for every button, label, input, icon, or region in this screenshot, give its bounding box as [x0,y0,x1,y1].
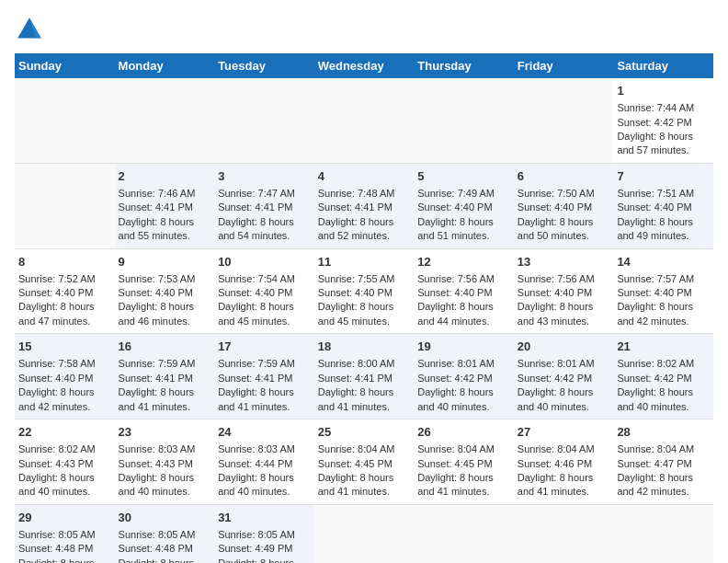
calendar-cell: 7Sunrise: 7:51 AMSunset: 4:40 PMDaylight… [613,163,713,248]
calendar-cell: 21Sunrise: 8:02 AMSunset: 4:42 PMDayligh… [613,334,713,419]
sunset: Sunset: 4:40 PM [218,287,292,298]
sunset: Sunset: 4:40 PM [119,287,193,298]
calendar-cell: 24Sunrise: 8:03 AMSunset: 4:44 PMDayligh… [214,419,314,505]
calendar-row: 15Sunrise: 7:58 AMSunset: 4:40 PMDayligh… [15,334,713,419]
sunrise: Sunrise: 8:05 AM [119,529,196,540]
sunrise: Sunrise: 7:49 AM [417,188,495,199]
daylight: Daylight: 8 hours and 51 minutes. [417,216,494,241]
daylight: Daylight: 8 hours and 41 minutes. [218,386,294,411]
calendar-cell: 25Sunrise: 8:04 AMSunset: 4:45 PMDayligh… [314,419,415,505]
calendar-cell: 1Sunrise: 7:44 AMSunset: 4:42 PMDaylight… [613,78,713,163]
day-number: 7 [617,168,710,185]
calendar-cell: 16Sunrise: 7:59 AMSunset: 4:41 PMDayligh… [115,334,215,419]
sunrise: Sunrise: 7:46 AM [119,188,196,199]
calendar-header: SundayMondayTuesdayWednesdayThursdayFrid… [15,53,713,78]
sunrise: Sunrise: 8:01 AM [518,358,595,369]
day-number: 21 [617,339,710,355]
sunset: Sunset: 4:48 PM [119,543,193,554]
sunrise: Sunrise: 8:00 AM [318,358,395,369]
logo-icon [15,15,44,44]
daylight: Daylight: 8 hours and 40 minutes. [518,386,594,411]
day-number: 20 [518,339,610,355]
day-number: 30 [119,510,211,526]
sunset: Sunset: 4:41 PM [218,201,292,213]
calendar-row: 22Sunrise: 8:02 AMSunset: 4:43 PMDayligh… [15,419,713,505]
empty-cell [314,504,415,563]
day-number: 10 [218,254,311,270]
header-day: Wednesday [314,53,415,78]
calendar-cell: 28Sunrise: 8:04 AMSunset: 4:47 PMDayligh… [613,419,713,505]
sunrise: Sunrise: 8:03 AM [119,443,196,454]
daylight: Daylight: 8 hours and 43 minutes. [119,557,195,563]
empty-cell [414,504,514,563]
daylight: Daylight: 8 hours and 45 minutes. [318,301,394,326]
daylight: Daylight: 8 hours and 45 minutes. [218,301,294,326]
daylight: Daylight: 8 hours and 40 minutes. [417,386,494,411]
calendar-cell: 26Sunrise: 8:04 AMSunset: 4:45 PMDayligh… [414,419,514,505]
sunset: Sunset: 4:44 PM [218,458,292,469]
sunrise: Sunrise: 8:03 AM [218,443,295,454]
sunset: Sunset: 4:41 PM [119,373,193,384]
day-number: 11 [318,254,411,270]
daylight: Daylight: 8 hours and 41 minutes. [119,386,195,411]
day-number: 13 [518,254,610,270]
empty-cell [15,78,115,163]
daylight: Daylight: 8 hours and 40 minutes. [18,472,95,497]
daylight: Daylight: 8 hours and 52 minutes. [318,216,394,241]
sunset: Sunset: 4:40 PM [18,373,93,384]
calendar-cell: 4Sunrise: 7:48 AMSunset: 4:41 PMDaylight… [314,163,415,248]
day-number: 15 [18,339,111,355]
calendar-cell: 5Sunrise: 7:49 AMSunset: 4:40 PMDaylight… [414,163,514,248]
sunset: Sunset: 4:40 PM [318,287,392,298]
sunset: Sunset: 4:40 PM [417,201,492,213]
sunset: Sunset: 4:45 PM [318,458,392,469]
sunrise: Sunrise: 7:55 AM [318,273,395,284]
calendar-cell: 18Sunrise: 8:00 AMSunset: 4:41 PMDayligh… [314,334,415,419]
daylight: Daylight: 8 hours and 43 minutes. [518,301,594,326]
header-day: Tuesday [214,53,314,78]
sunrise: Sunrise: 7:48 AM [318,188,395,199]
sunrise: Sunrise: 7:54 AM [218,273,295,284]
header-day: Saturday [613,53,713,78]
sunset: Sunset: 4:41 PM [318,373,392,384]
day-number: 31 [218,510,311,526]
daylight: Daylight: 8 hours and 44 minutes. [218,557,294,563]
sunset: Sunset: 4:41 PM [218,373,292,384]
sunrise: Sunrise: 7:57 AM [617,273,694,284]
sunrise: Sunrise: 7:52 AM [18,273,96,284]
daylight: Daylight: 8 hours and 49 minutes. [617,216,693,241]
day-number: 23 [119,424,211,441]
calendar-cell: 29Sunrise: 8:05 AMSunset: 4:48 PMDayligh… [15,504,115,563]
day-number: 12 [417,254,510,270]
day-number: 26 [417,424,510,441]
sunrise: Sunrise: 7:59 AM [218,358,295,369]
sunset: Sunset: 4:40 PM [617,201,691,213]
daylight: Daylight: 8 hours and 42 minutes. [18,386,95,411]
sunrise: Sunrise: 8:05 AM [218,529,295,540]
calendar-table: SundayMondayTuesdayWednesdayThursdayFrid… [15,53,713,563]
calendar-cell: 31Sunrise: 8:05 AMSunset: 4:49 PMDayligh… [214,504,314,563]
daylight: Daylight: 8 hours and 44 minutes. [417,301,494,326]
sunset: Sunset: 4:40 PM [518,201,592,213]
daylight: Daylight: 8 hours and 47 minutes. [18,301,95,326]
daylight: Daylight: 8 hours and 55 minutes. [119,216,195,241]
calendar-row: 8Sunrise: 7:52 AMSunset: 4:40 PMDaylight… [15,248,713,334]
sunrise: Sunrise: 7:47 AM [218,188,295,199]
sunset: Sunset: 4:40 PM [417,287,492,298]
sunset: Sunset: 4:42 PM [518,373,592,384]
sunrise: Sunrise: 8:04 AM [417,443,495,454]
header-day: Sunday [15,53,115,78]
calendar-cell: 14Sunrise: 7:57 AMSunset: 4:40 PMDayligh… [613,248,713,334]
daylight: Daylight: 8 hours and 42 minutes. [617,472,693,497]
day-number: 14 [617,254,710,270]
empty-cell [514,504,614,563]
day-number: 3 [218,168,311,185]
sunset: Sunset: 4:42 PM [417,373,492,384]
calendar-body: 1Sunrise: 7:44 AMSunset: 4:42 PMDaylight… [15,78,713,563]
calendar-cell: 3Sunrise: 7:47 AMSunset: 4:41 PMDaylight… [214,163,314,248]
page-header [15,15,713,44]
daylight: Daylight: 8 hours and 41 minutes. [518,472,594,497]
sunrise: Sunrise: 8:02 AM [617,358,694,369]
sunrise: Sunrise: 7:56 AM [518,273,595,284]
daylight: Daylight: 8 hours and 40 minutes. [119,472,195,497]
